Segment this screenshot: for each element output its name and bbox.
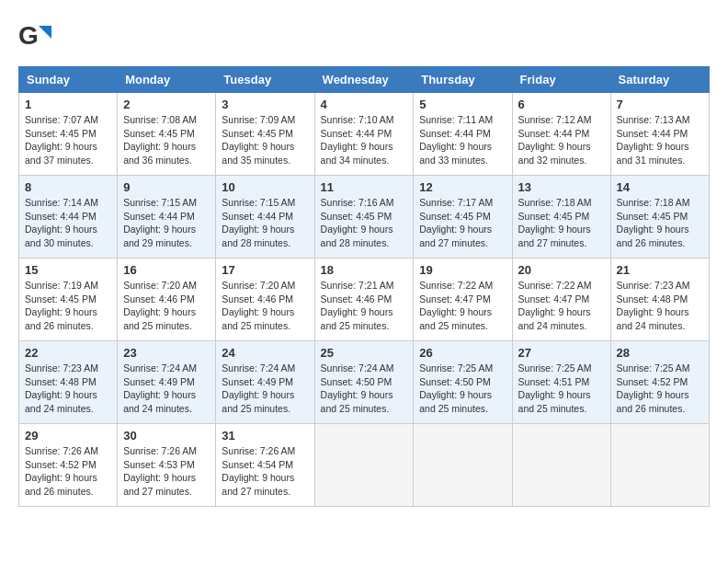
day-daylight: Daylight: 9 hours and 36 minutes. bbox=[123, 141, 196, 166]
day-number: 28 bbox=[617, 346, 703, 360]
day-daylight: Daylight: 9 hours and 30 minutes. bbox=[25, 224, 97, 248]
day-sunrise: Sunrise: 7:24 AM bbox=[321, 362, 394, 373]
day-number: 5 bbox=[419, 98, 506, 111]
day-number: 27 bbox=[518, 346, 605, 360]
day-sunrise: Sunrise: 7:21 AM bbox=[321, 280, 394, 291]
calendar-day-cell: 6 Sunrise: 7:12 AM Sunset: 4:44 PM Dayli… bbox=[512, 93, 610, 176]
calendar-day-cell: 16 Sunrise: 7:20 AM Sunset: 4:46 PM Dayl… bbox=[118, 259, 216, 341]
day-daylight: Daylight: 9 hours and 29 minutes. bbox=[123, 224, 196, 248]
calendar-day-cell: 14 Sunrise: 7:18 AM Sunset: 4:45 PM Dayl… bbox=[610, 176, 709, 259]
day-number: 31 bbox=[222, 429, 308, 442]
day-number: 22 bbox=[25, 346, 111, 360]
day-sunset: Sunset: 4:45 PM bbox=[617, 211, 688, 222]
day-sunrise: Sunrise: 7:20 AM bbox=[123, 280, 197, 291]
calendar-day-cell: 27 Sunrise: 7:25 AM Sunset: 4:51 PM Dayl… bbox=[512, 341, 610, 424]
day-daylight: Daylight: 9 hours and 24 minutes. bbox=[518, 306, 591, 331]
day-sunset: Sunset: 4:46 PM bbox=[321, 293, 392, 304]
day-sunrise: Sunrise: 7:19 AM bbox=[25, 280, 98, 291]
day-sunrise: Sunrise: 7:09 AM bbox=[222, 114, 295, 125]
svg-marker-1 bbox=[39, 26, 51, 39]
day-daylight: Daylight: 9 hours and 25 minutes. bbox=[123, 306, 196, 331]
day-number: 24 bbox=[222, 346, 308, 360]
day-of-week-header: Monday bbox=[118, 67, 216, 93]
day-sunrise: Sunrise: 7:25 AM bbox=[518, 362, 592, 373]
calendar-day-cell: 24 Sunrise: 7:24 AM Sunset: 4:49 PM Dayl… bbox=[216, 341, 314, 424]
calendar-day-cell: 17 Sunrise: 7:20 AM Sunset: 4:46 PM Dayl… bbox=[216, 259, 314, 341]
day-number: 4 bbox=[321, 98, 408, 111]
day-sunrise: Sunrise: 7:10 AM bbox=[321, 114, 394, 125]
day-number: 25 bbox=[321, 346, 408, 360]
day-sunset: Sunset: 4:53 PM bbox=[123, 459, 195, 470]
day-sunset: Sunset: 4:45 PM bbox=[518, 211, 590, 222]
calendar-day-cell: 19 Sunrise: 7:22 AM Sunset: 4:47 PM Dayl… bbox=[414, 259, 512, 341]
day-sunrise: Sunrise: 7:26 AM bbox=[25, 445, 98, 456]
day-daylight: Daylight: 9 hours and 25 minutes. bbox=[321, 306, 393, 331]
day-daylight: Daylight: 9 hours and 24 minutes. bbox=[617, 306, 689, 331]
calendar-day-cell: 26 Sunrise: 7:25 AM Sunset: 4:50 PM Dayl… bbox=[414, 341, 512, 424]
day-number: 7 bbox=[617, 98, 703, 111]
day-sunrise: Sunrise: 7:22 AM bbox=[419, 280, 493, 291]
day-daylight: Daylight: 9 hours and 31 minutes. bbox=[617, 141, 689, 166]
calendar-day-cell: 23 Sunrise: 7:24 AM Sunset: 4:49 PM Dayl… bbox=[118, 341, 216, 424]
day-sunset: Sunset: 4:48 PM bbox=[617, 293, 688, 304]
day-sunrise: Sunrise: 7:26 AM bbox=[123, 445, 197, 456]
day-sunrise: Sunrise: 7:18 AM bbox=[617, 197, 690, 208]
calendar-day-cell: 15 Sunrise: 7:19 AM Sunset: 4:45 PM Dayl… bbox=[19, 259, 118, 341]
calendar-week-row: 15 Sunrise: 7:19 AM Sunset: 4:45 PM Dayl… bbox=[19, 259, 710, 341]
calendar-day-cell: 7 Sunrise: 7:13 AM Sunset: 4:44 PM Dayli… bbox=[610, 93, 709, 176]
calendar-day-cell bbox=[512, 424, 610, 507]
day-daylight: Daylight: 9 hours and 27 minutes. bbox=[518, 224, 591, 248]
day-daylight: Daylight: 9 hours and 25 minutes. bbox=[222, 306, 294, 331]
day-daylight: Daylight: 9 hours and 33 minutes. bbox=[419, 141, 492, 166]
day-sunset: Sunset: 4:45 PM bbox=[25, 293, 97, 304]
calendar-day-cell: 4 Sunrise: 7:10 AM Sunset: 4:44 PM Dayli… bbox=[314, 93, 414, 176]
calendar-day-cell: 11 Sunrise: 7:16 AM Sunset: 4:45 PM Dayl… bbox=[314, 176, 414, 259]
day-daylight: Daylight: 9 hours and 28 minutes. bbox=[222, 224, 294, 248]
day-sunrise: Sunrise: 7:12 AM bbox=[518, 114, 592, 125]
day-sunrise: Sunrise: 7:07 AM bbox=[25, 114, 98, 125]
day-sunset: Sunset: 4:44 PM bbox=[518, 128, 590, 139]
day-daylight: Daylight: 9 hours and 25 minutes. bbox=[419, 389, 492, 414]
calendar-day-cell: 31 Sunrise: 7:26 AM Sunset: 4:54 PM Dayl… bbox=[216, 424, 314, 507]
day-sunrise: Sunrise: 7:25 AM bbox=[617, 362, 690, 373]
day-number: 1 bbox=[25, 98, 111, 111]
day-number: 23 bbox=[123, 346, 210, 360]
header: G bbox=[18, 18, 710, 57]
day-daylight: Daylight: 9 hours and 27 minutes. bbox=[419, 224, 492, 248]
day-daylight: Daylight: 9 hours and 24 minutes. bbox=[123, 389, 196, 414]
day-number: 14 bbox=[617, 180, 703, 194]
calendar-day-cell: 18 Sunrise: 7:21 AM Sunset: 4:46 PM Dayl… bbox=[314, 259, 414, 341]
day-number: 15 bbox=[25, 263, 111, 277]
day-number: 8 bbox=[25, 180, 111, 194]
calendar-day-cell: 3 Sunrise: 7:09 AM Sunset: 4:45 PM Dayli… bbox=[216, 93, 314, 176]
calendar-body: 1 Sunrise: 7:07 AM Sunset: 4:45 PM Dayli… bbox=[19, 93, 710, 507]
day-sunrise: Sunrise: 7:22 AM bbox=[518, 280, 592, 291]
day-number: 29 bbox=[25, 429, 111, 442]
day-sunset: Sunset: 4:46 PM bbox=[222, 293, 293, 304]
day-number: 16 bbox=[123, 263, 210, 277]
day-of-week-header: Friday bbox=[512, 67, 610, 93]
day-daylight: Daylight: 9 hours and 28 minutes. bbox=[321, 224, 393, 248]
calendar-day-cell bbox=[610, 424, 709, 507]
day-number: 13 bbox=[518, 180, 605, 194]
calendar-day-cell: 29 Sunrise: 7:26 AM Sunset: 4:52 PM Dayl… bbox=[19, 424, 118, 507]
day-sunrise: Sunrise: 7:18 AM bbox=[518, 197, 592, 208]
day-daylight: Daylight: 9 hours and 25 minutes. bbox=[518, 389, 591, 414]
day-of-week-header: Thursday bbox=[414, 67, 512, 93]
calendar-day-cell: 1 Sunrise: 7:07 AM Sunset: 4:45 PM Dayli… bbox=[19, 93, 118, 176]
day-sunrise: Sunrise: 7:25 AM bbox=[419, 362, 493, 373]
day-sunset: Sunset: 4:45 PM bbox=[25, 128, 97, 139]
day-sunset: Sunset: 4:50 PM bbox=[321, 376, 392, 387]
day-sunset: Sunset: 4:44 PM bbox=[419, 128, 491, 139]
day-daylight: Daylight: 9 hours and 25 minutes. bbox=[419, 306, 492, 331]
day-number: 21 bbox=[617, 263, 703, 277]
calendar-day-cell: 21 Sunrise: 7:23 AM Sunset: 4:48 PM Dayl… bbox=[610, 259, 709, 341]
calendar-day-cell: 12 Sunrise: 7:17 AM Sunset: 4:45 PM Dayl… bbox=[414, 176, 512, 259]
calendar-day-cell: 28 Sunrise: 7:25 AM Sunset: 4:52 PM Dayl… bbox=[610, 341, 709, 424]
day-sunset: Sunset: 4:46 PM bbox=[123, 293, 195, 304]
day-daylight: Daylight: 9 hours and 26 minutes. bbox=[617, 224, 689, 248]
logo-icon: G bbox=[18, 18, 53, 57]
day-number: 26 bbox=[419, 346, 506, 360]
day-daylight: Daylight: 9 hours and 24 minutes. bbox=[25, 389, 97, 414]
day-number: 10 bbox=[222, 180, 308, 194]
